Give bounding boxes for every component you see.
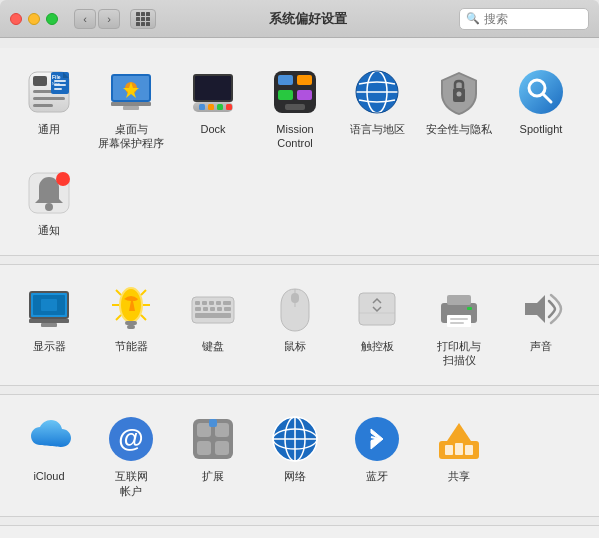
display-label: 显示器: [33, 339, 66, 353]
pref-item-icloud[interactable]: iCloud: [10, 407, 88, 489]
back-button[interactable]: ‹: [74, 9, 96, 29]
svg-point-36: [519, 70, 563, 114]
pref-item-general[interactable]: File New 通用: [10, 60, 88, 142]
close-button[interactable]: [10, 13, 22, 25]
energy-label: 节能器: [115, 339, 148, 353]
language-label: 语言与地区: [350, 122, 405, 136]
extensions-label: 扩展: [202, 469, 224, 483]
section3-grid: iCloud @ 互联网帐户: [10, 407, 589, 504]
maximize-button[interactable]: [46, 13, 58, 25]
svg-line-57: [141, 315, 146, 320]
traffic-lights: [10, 13, 58, 25]
svg-rect-25: [278, 75, 293, 85]
svg-rect-63: [223, 301, 231, 305]
content-area: File New 通用: [0, 38, 599, 538]
svg-text:@: @: [118, 423, 143, 453]
pref-item-sharing[interactable]: 共享: [420, 407, 498, 489]
display-icon: [23, 283, 75, 335]
svg-rect-79: [467, 307, 472, 310]
svg-rect-4: [33, 104, 53, 107]
search-icon: 🔍: [466, 12, 480, 25]
keyboard-icon: [187, 283, 239, 335]
svg-rect-22: [217, 104, 223, 110]
pref-item-dock[interactable]: Dock: [174, 60, 252, 142]
sound-label: 声音: [530, 339, 552, 353]
svg-rect-44: [29, 319, 69, 323]
svg-rect-29: [285, 104, 305, 110]
svg-rect-68: [224, 307, 231, 311]
titlebar: ‹ › 系统偏好设置 🔍: [0, 0, 599, 38]
printer-label: 打印机与扫描仪: [437, 339, 481, 368]
section-internet: iCloud @ 互联网帐户: [0, 394, 599, 517]
pref-item-internet[interactable]: @ 互联网帐户: [92, 407, 170, 504]
extensions-icon: [187, 413, 239, 465]
svg-point-40: [45, 203, 53, 211]
svg-line-56: [116, 315, 121, 320]
svg-rect-67: [217, 307, 222, 311]
svg-rect-61: [209, 301, 214, 305]
icloud-label: iCloud: [33, 469, 64, 483]
svg-rect-50: [125, 321, 137, 325]
pref-item-bluetooth[interactable]: 蓝牙: [338, 407, 416, 489]
pref-item-mission[interactable]: MissionControl: [256, 60, 334, 157]
svg-rect-26: [297, 75, 312, 85]
svg-rect-69: [195, 313, 231, 318]
internet-icon: @: [105, 413, 157, 465]
pref-item-security[interactable]: 安全性与隐私: [420, 60, 498, 142]
svg-rect-23: [226, 104, 232, 110]
pref-item-trackpad[interactable]: 触控板: [338, 277, 416, 359]
nav-buttons: ‹ ›: [74, 9, 120, 29]
svg-text:File: File: [52, 74, 61, 80]
notification-label: 通知: [38, 223, 60, 237]
bluetooth-label: 蓝牙: [366, 469, 388, 483]
language-icon: [351, 66, 403, 118]
svg-rect-66: [210, 307, 215, 311]
minimize-button[interactable]: [28, 13, 40, 25]
sharing-icon: [433, 413, 485, 465]
svg-rect-21: [208, 104, 214, 110]
desktop-label: 桌面与屏幕保护程序: [98, 122, 164, 151]
svg-rect-59: [195, 301, 200, 305]
svg-rect-62: [216, 301, 221, 305]
network-label: 网络: [284, 469, 306, 483]
svg-text:New: New: [52, 81, 60, 86]
svg-rect-77: [450, 318, 468, 320]
svg-rect-27: [278, 90, 293, 100]
pref-item-mouse[interactable]: 鼠标: [256, 277, 334, 359]
section-hardware: 显示器: [0, 264, 599, 387]
svg-rect-100: [445, 445, 453, 455]
pref-item-energy[interactable]: 节能器: [92, 277, 170, 359]
svg-rect-45: [41, 323, 57, 327]
pref-item-sound[interactable]: 声音: [502, 277, 580, 359]
pref-item-desktop[interactable]: 桌面与屏幕保护程序: [92, 60, 170, 157]
pref-item-language[interactable]: 语言与地区: [338, 60, 416, 142]
svg-rect-78: [450, 322, 464, 324]
grid-view-button[interactable]: [130, 9, 156, 29]
svg-rect-18: [195, 76, 231, 100]
svg-rect-71: [291, 293, 299, 303]
desktop-icon: [105, 66, 157, 118]
forward-button[interactable]: ›: [98, 9, 120, 29]
grid-icon: [136, 12, 150, 26]
mission-label: MissionControl: [276, 122, 313, 151]
svg-rect-28: [297, 90, 312, 100]
pref-item-extensions[interactable]: 扩展: [174, 407, 252, 489]
sharing-label: 共享: [448, 469, 470, 483]
energy-icon: [105, 283, 157, 335]
svg-rect-88: [209, 419, 217, 427]
pref-item-printer[interactable]: 打印机与扫描仪: [420, 277, 498, 374]
keyboard-label: 键盘: [202, 339, 224, 353]
pref-item-notification[interactable]: 通知: [10, 161, 88, 243]
internet-label: 互联网帐户: [115, 469, 148, 498]
pref-item-keyboard[interactable]: 键盘: [174, 277, 252, 359]
svg-rect-65: [203, 307, 208, 311]
section-system: 用户与群组 ➜ 家长控制: [0, 525, 599, 538]
pref-item-network[interactable]: 网络: [256, 407, 334, 489]
search-input[interactable]: [484, 12, 574, 26]
search-bar[interactable]: 🔍: [459, 8, 589, 30]
bluetooth-icon: [351, 413, 403, 465]
printer-icon: [433, 283, 485, 335]
svg-marker-80: [525, 295, 545, 323]
pref-item-display[interactable]: 显示器: [10, 277, 88, 359]
pref-item-spotlight[interactable]: Spotlight: [502, 60, 580, 142]
